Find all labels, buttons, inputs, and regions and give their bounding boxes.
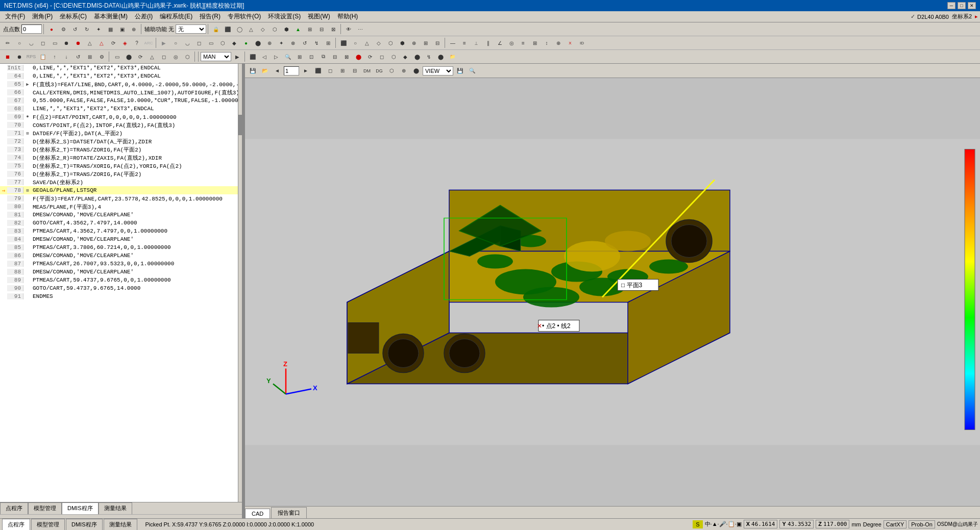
tb2-b24[interactable]: ✦ xyxy=(276,37,287,48)
code-line[interactable]: 90GOTO/CART,59.4737,9.6765,14.0000 xyxy=(0,284,238,292)
tb2-b32[interactable]: ◇ xyxy=(373,37,384,48)
tb-m6[interactable]: ⬢ xyxy=(281,23,292,35)
view-open-btn[interactable]: 📂 xyxy=(259,65,271,77)
tb-m7[interactable]: ▲ xyxy=(292,23,304,35)
cad-view[interactable]: □ 平面3 • 点2 • 线2 ✕ Z Y X xyxy=(245,78,980,506)
tb2-b13[interactable]: ARC xyxy=(143,37,154,48)
tb2-b46[interactable]: ↕ xyxy=(541,37,552,48)
view-nav-back[interactable]: ◄ xyxy=(272,65,283,77)
tb-btn-3[interactable]: ↺ xyxy=(69,23,81,35)
tb2-b14[interactable]: ▶ xyxy=(158,37,169,48)
code-line[interactable]: 75D(坐标系2_T)=TRANS/XORIG,FA(点2),YORIG,FA(… xyxy=(0,162,238,170)
left-tab-3[interactable]: 测量结果 xyxy=(99,502,132,514)
view-btn3[interactable]: ⊞ xyxy=(337,65,348,77)
probe-mode[interactable]: Prob-On xyxy=(909,520,935,528)
code-line[interactable]: 71⊞DATDEF/F(平面2),DAT(A_平面2) xyxy=(0,129,238,137)
tb-btn-4[interactable]: ↻ xyxy=(81,23,92,35)
code-line[interactable]: 81DMESW/COMAND,'MOVE/CLEARPLANE' xyxy=(0,211,238,219)
tab-point-prog[interactable]: 点程序 xyxy=(2,519,30,530)
tb-m1[interactable]: ⬛ xyxy=(222,23,233,35)
menu-item-F[interactable]: 文件(F) xyxy=(2,11,28,22)
tb2-b41[interactable]: ∥ xyxy=(482,37,494,48)
view-save2-btn[interactable]: 💾 xyxy=(454,65,465,77)
left-tab-0[interactable]: 点程序 xyxy=(0,502,28,514)
tb-lock[interactable]: 🔒 xyxy=(210,23,222,35)
code-line[interactable]: 85PTMEAS/CART,3.7806,60.7214,0,0,1.00000… xyxy=(0,243,238,251)
menu-item-C[interactable]: 坐标系(C) xyxy=(57,11,90,22)
tb2-b35[interactable]: ⊕ xyxy=(408,37,420,48)
code-line[interactable]: 82GOTO/CART,4.3562,7.4797,14.0000 xyxy=(0,219,238,227)
tb2-b1[interactable]: ✏ xyxy=(2,37,13,48)
tb3-b11[interactable]: ⬤ xyxy=(123,51,134,62)
tb2-b49[interactable]: ID xyxy=(576,37,587,48)
code-line[interactable]: ⇒78⊞GEOALG/PLANE,LSTSQR xyxy=(0,186,238,194)
code-line[interactable]: 77SAVE/DA(坐标系2) xyxy=(0,178,238,186)
tb2-b25[interactable]: ⊗ xyxy=(287,37,299,48)
tb-dots[interactable]: ⋯ xyxy=(355,23,366,35)
tb-eye[interactable]: 👁 xyxy=(343,23,354,35)
tb2-b6[interactable]: ⏺ xyxy=(61,37,72,48)
scrollbar-thumb[interactable] xyxy=(238,115,242,135)
tb-m9[interactable]: ⊟ xyxy=(316,23,327,35)
tb2-b20[interactable]: ◆ xyxy=(229,37,240,48)
tb-btn-6[interactable]: ▦ xyxy=(105,23,116,35)
tb2-b22[interactable]: ⬤ xyxy=(252,37,263,48)
tb-btn-5[interactable]: ✦ xyxy=(93,23,104,35)
code-line[interactable]: 66CALL/EXTERN,DMIS,MINETDMIS_AUTO_LINE_1… xyxy=(0,88,238,96)
view-btn9[interactable]: ⬤ xyxy=(410,65,422,77)
tb3-b27[interactable]: ⬤ xyxy=(353,51,364,62)
code-line[interactable]: Init0,LINE,*,*,*EXT1*,*EXT2*,*EXT3*,ENDC… xyxy=(0,64,238,72)
tb3-b16[interactable]: ⬡ xyxy=(182,51,193,62)
tab-dmis-prog[interactable]: DMIS程序 xyxy=(66,519,103,530)
tb3-b34[interactable]: ⬤ xyxy=(435,51,446,62)
code-line[interactable]: 74D(坐标系2_R)=ROTATE/ZAXIS,FA(直线2),XDIR xyxy=(0,154,238,162)
code-line[interactable]: 83PTMEAS/CART,4.3562,7.4797,0,0,1.000000… xyxy=(0,227,238,235)
tb2-b42[interactable]: ∠ xyxy=(494,37,505,48)
tb3-b13[interactable]: △ xyxy=(146,51,158,62)
code-line[interactable]: 88DMESW/COMAND,'MOVE/CLEARPLANE' xyxy=(0,268,238,276)
menu-item-M[interactable]: 基本测量(M) xyxy=(91,11,131,22)
tb2-b45[interactable]: ⊞ xyxy=(529,37,541,48)
tab-cad[interactable]: CAD xyxy=(245,509,270,518)
tb2-b31[interactable]: △ xyxy=(361,37,373,48)
tb3-b9[interactable]: ⚙ xyxy=(96,51,107,62)
tb2-b47[interactable]: ⊕ xyxy=(553,37,564,48)
view-btn7[interactable]: ⬡ xyxy=(386,65,397,77)
tb-btn-7[interactable]: ▣ xyxy=(116,23,128,35)
code-line[interactable]: 70CONST/POINT,F(点2),INTOF,FA(直线2),FA(直线3… xyxy=(0,121,238,129)
tb3-b12[interactable]: ⟳ xyxy=(135,51,146,62)
code-line[interactable]: 640,LINE,*,*,*EXT1*,*EXT2*,*EXT3*,ENDCAL xyxy=(0,72,238,80)
tb-btn-8[interactable]: ⊕ xyxy=(128,23,139,35)
coord-mode[interactable]: CartXY xyxy=(884,520,906,528)
view-zoom-btn[interactable]: 🔍 xyxy=(467,65,478,77)
view-nav-fwd[interactable]: ► xyxy=(300,65,311,77)
view-btn5[interactable]: DM xyxy=(361,65,373,77)
tb2-b43[interactable]: ◎ xyxy=(506,37,517,48)
tb3-b28[interactable]: ⟳ xyxy=(364,51,376,62)
view-save-btn[interactable]: 💾 xyxy=(247,65,258,77)
tb2-b8[interactable]: △ xyxy=(84,37,95,48)
code-line[interactable]: 72D(坐标系2_S)=DATSET/DAT(A_平面2),ZDIR xyxy=(0,137,238,145)
tb3-b29[interactable]: ◻ xyxy=(376,51,387,62)
scrollbar[interactable] xyxy=(238,64,242,502)
tb3-b24[interactable]: ⧉ xyxy=(317,51,329,62)
menu-item-I[interactable]: 公差(I) xyxy=(132,11,156,22)
code-line[interactable]: 73D(坐标系2_T)=TRANS/ZORIG,FA(平面2) xyxy=(0,145,238,154)
code-line[interactable]: 91ENDMES xyxy=(0,292,238,300)
tb2-b30[interactable]: ○ xyxy=(350,37,361,48)
tb2-b38[interactable]: — xyxy=(447,37,458,48)
tab-model-mgmt[interactable]: 模型管理 xyxy=(31,519,65,530)
tb-red-circle[interactable]: ● xyxy=(46,23,57,35)
panel-resize-handle[interactable] xyxy=(0,514,242,518)
tb3-b19[interactable]: ◁ xyxy=(259,51,270,62)
tb3-b15[interactable]: ◎ xyxy=(170,51,181,62)
tb3-b30[interactable]: ⬡ xyxy=(388,51,399,62)
menu-item-R[interactable]: 报告(R) xyxy=(197,11,224,22)
code-line[interactable]: 86DMESW/COMAND,'MOVE/CLEARPLANE' xyxy=(0,251,238,260)
view-select[interactable]: VIEW xyxy=(423,66,453,75)
tb2-b7[interactable]: ⏺ xyxy=(72,37,84,48)
tb-btn-2[interactable]: ⚙ xyxy=(58,23,69,35)
tb2-b21[interactable]: ● xyxy=(240,37,252,48)
tb3-b26[interactable]: ⊠ xyxy=(341,51,352,62)
tb3-b18[interactable]: ⬛ xyxy=(247,51,258,62)
